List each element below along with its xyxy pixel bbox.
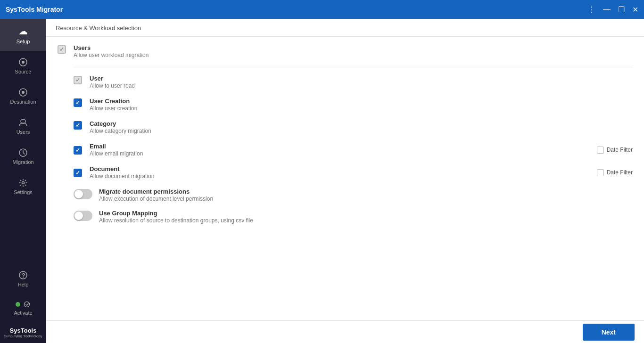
email-checkbox-wrap	[74, 146, 82, 155]
close-icon[interactable]: ✕	[632, 5, 638, 14]
restore-icon[interactable]: ❐	[618, 5, 625, 14]
user-checkbox-wrap	[74, 76, 82, 84]
svg-point-9	[24, 302, 29, 307]
user-checkbox[interactable]	[74, 76, 82, 84]
more-options-icon[interactable]: ⋮	[588, 5, 595, 14]
sidebar-item-help[interactable]: ? Help	[0, 264, 46, 294]
migrate-doc-info: Migrate document permissions Allow execu…	[99, 188, 213, 202]
svg-point-3	[22, 91, 25, 94]
window-controls: ⋮ — ❐ ✕	[588, 5, 638, 14]
brand-sub: Simplifying Technology	[3, 334, 43, 338]
toggle-row-group-mapping: Use Group Mapping Allow resolution of so…	[74, 210, 633, 224]
brand-name: SysTools	[3, 327, 43, 334]
workload-item-users: ✓ Users Allow user workload migration	[58, 44, 633, 58]
sidebar-item-setup[interactable]: ☁ Setup	[0, 19, 46, 51]
destination-icon	[18, 88, 28, 97]
email-date-filter-wrap: Date Filter	[597, 147, 633, 154]
page-title: Resource & Workload selection	[56, 24, 141, 32]
group-mapping-track[interactable]	[74, 211, 92, 221]
document-date-filter-label: Date Filter	[607, 169, 633, 176]
sidebar-item-activate[interactable]: Activate	[0, 294, 46, 322]
user-creation-item-info: User Creation Allow user creation	[90, 98, 633, 112]
document-item-info: Document Allow document migration	[90, 165, 580, 180]
sidebar-label-settings: Settings	[14, 189, 33, 195]
content-body: ✓ Users Allow user workload migration Us…	[46, 37, 644, 320]
activate-icon	[16, 301, 31, 308]
migrate-doc-track[interactable]	[74, 189, 92, 199]
sidebar-item-migration[interactable]: Migration	[0, 141, 46, 172]
sidebar-item-settings[interactable]: Settings	[0, 172, 46, 202]
sidebar-item-users[interactable]: Users	[0, 111, 46, 141]
email-title: Email	[90, 143, 580, 150]
app-layout: ☁ Setup Source Destination Users Migra	[0, 19, 644, 343]
workload-item-category: Category Allow category migration	[74, 120, 633, 134]
user-title: User	[90, 75, 633, 82]
next-button[interactable]: Next	[583, 324, 635, 341]
migrate-doc-knob	[74, 190, 83, 198]
workload-item-user: User Allow to user read	[74, 75, 633, 89]
group-mapping-knob	[74, 212, 83, 220]
sidebar-label-migration: Migration	[12, 159, 33, 165]
sidebar: ☁ Setup Source Destination Users Migra	[0, 19, 46, 343]
setup-icon: ☁	[18, 25, 28, 37]
email-checkbox[interactable]	[74, 146, 82, 155]
group-mapping-toggle[interactable]	[74, 211, 92, 221]
brand-area: SysTools Simplifying Technology	[0, 322, 46, 343]
user-creation-checkbox[interactable]	[74, 98, 82, 107]
sidebar-label-destination: Destination	[10, 99, 36, 105]
document-desc: Allow document migration	[90, 173, 580, 180]
divider-1	[74, 67, 633, 67]
migrate-doc-toggle[interactable]	[74, 189, 92, 199]
sidebar-label-help: Help	[18, 282, 29, 287]
workload-item-email: Email Allow email migration Date Filter	[74, 143, 633, 157]
users-item-info: Users Allow user workload migration	[74, 44, 633, 58]
sidebar-label-users: Users	[17, 129, 30, 135]
user-creation-desc: Allow user creation	[90, 105, 633, 112]
toggle-row-migrate-doc: Migrate document permissions Allow execu…	[74, 188, 633, 202]
minimize-icon[interactable]: —	[603, 5, 611, 14]
sidebar-label-activate: Activate	[14, 310, 32, 316]
group-mapping-info: Use Group Mapping Allow resolution of so…	[99, 210, 253, 224]
workload-item-user-creation: User Creation Allow user creation	[74, 98, 633, 112]
document-date-filter-wrap: Date Filter	[597, 169, 633, 176]
help-icon: ?	[18, 270, 28, 280]
users-checkbox[interactable]: ✓	[58, 45, 66, 54]
sidebar-label-setup: Setup	[17, 39, 30, 44]
svg-point-1	[22, 61, 25, 64]
main-content: Resource & Workload selection ✓ Users Al…	[46, 19, 644, 343]
settings-icon	[18, 178, 28, 188]
document-title: Document	[90, 165, 580, 172]
sidebar-bottom: ? Help Activate SysTools Simplifying Tec…	[0, 264, 46, 343]
category-title: Category	[90, 120, 633, 127]
svg-point-6	[22, 182, 25, 184]
sidebar-item-destination[interactable]: Destination	[0, 81, 46, 111]
email-desc: Allow email migration	[90, 150, 580, 157]
document-checkbox-wrap	[74, 169, 82, 177]
user-creation-title: User Creation	[90, 98, 633, 105]
sidebar-item-source[interactable]: Source	[0, 51, 46, 81]
email-item-info: Email Allow email migration	[90, 143, 580, 157]
category-checkbox[interactable]	[74, 121, 82, 130]
app-title: SysTools Migrator	[6, 6, 588, 13]
group-mapping-title: Use Group Mapping	[99, 210, 253, 217]
category-desc: Allow category migration	[90, 128, 633, 134]
users-checkbox-wrap: ✓	[58, 45, 66, 54]
sidebar-label-source: Source	[15, 69, 32, 74]
workload-item-document: Document Allow document migration Date F…	[74, 165, 633, 180]
users-icon	[18, 118, 28, 127]
content-header: Resource & Workload selection	[46, 19, 644, 37]
document-checkbox[interactable]	[74, 169, 82, 177]
svg-text:?: ?	[22, 272, 25, 279]
user-desc: Allow to user read	[90, 82, 633, 89]
activate-dot	[16, 302, 20, 307]
user-creation-checkbox-wrap	[74, 98, 82, 107]
email-date-filter-checkbox[interactable]	[597, 147, 604, 154]
category-checkbox-wrap	[74, 121, 82, 130]
migrate-doc-desc: Allow execution of document level permis…	[99, 196, 213, 202]
users-title: Users	[74, 44, 633, 51]
document-date-filter-checkbox[interactable]	[597, 169, 604, 176]
category-item-info: Category Allow category migration	[90, 120, 633, 134]
source-icon	[18, 57, 28, 67]
migration-icon	[18, 148, 28, 157]
titlebar: SysTools Migrator ⋮ — ❐ ✕	[0, 0, 644, 19]
